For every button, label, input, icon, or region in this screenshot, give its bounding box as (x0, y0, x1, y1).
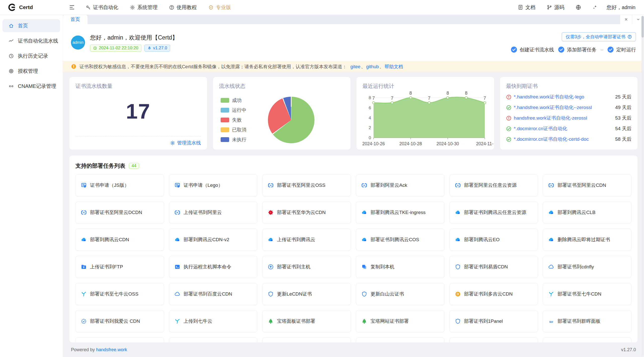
task-item[interactable]: 上传到七牛云 (169, 310, 258, 332)
quick-step-3[interactable]: 定时运行 (607, 46, 636, 53)
task-item[interactable]: 上传证书到腾讯云 (262, 229, 351, 251)
task-item[interactable]: 部署到腾讯云CLB (543, 201, 631, 224)
legend-item[interactable]: 未执行 (221, 136, 247, 143)
task-item[interactable]: 部署证书至七牛CDN (543, 283, 631, 305)
task-item[interactable]: 部署证书到主机 (262, 256, 351, 278)
task-item-label: 部署证书至阿里云OSS (277, 182, 325, 189)
nav-item-language[interactable] (576, 5, 581, 10)
task-item[interactable]: 上传证书到阿里云 (169, 201, 258, 224)
handsfree-link[interactable]: handsfree.work (96, 347, 127, 352)
notice-link-1[interactable]: gitee (350, 64, 360, 69)
dashboard-section: 证书流水线数量 17 管理流水线 流水线状态 成功运行中失败已取消未执行 最近运… (63, 72, 644, 342)
nav-item-theme[interactable] (592, 5, 598, 10)
task-item[interactable]: 部署证书到易盾CDN (450, 256, 538, 278)
expiring-cert-row: handsfree.work证书自动化-zerossl53 天后 (506, 115, 632, 121)
task-item[interactable]: 部署到腾讯云TKE-ingress (356, 201, 445, 224)
nav-item-pro-edition[interactable]: 专业版 (208, 4, 231, 11)
home-icon (9, 23, 14, 28)
task-item[interactable]: 部署证书至阿里云CDN (543, 174, 631, 196)
task-item[interactable]: 证书申请（JS版） (75, 174, 164, 196)
card-title: 证书流水线数量 (75, 83, 201, 90)
task-item[interactable]: 部署证书到腾讯云任意云资源 (450, 201, 538, 224)
task-item[interactable]: 执行远程主机脚本命令 (169, 256, 258, 278)
task-item[interactable]: 证书申请（Lego） (169, 174, 258, 196)
task-item[interactable]: 部署证书至七牛云OSS (75, 283, 164, 305)
nav-item-docs[interactable]: 文档 (518, 4, 536, 11)
sidebar-item-cname-records[interactable]: CNAME记录管理 (3, 80, 60, 93)
scrollbar[interactable] (641, 16, 644, 356)
nav-item-tutorial[interactable]: 使用教程 (169, 4, 197, 11)
task-item[interactable] (543, 337, 631, 342)
tab-home[interactable]: 首页 (63, 15, 88, 24)
task-item[interactable] (356, 337, 445, 342)
cert-name-link[interactable]: *.docmirror.cn证书自动化-certd-doc (514, 136, 610, 142)
task-item[interactable]: 上传证书到FTP (75, 256, 164, 278)
task-item[interactable]: 宝塔面板证书部署 (262, 310, 351, 332)
user-greeting[interactable]: 您好，admin (607, 4, 635, 11)
cert-name-link[interactable]: *.handsfree.work证书自动化--zerossl (514, 104, 610, 111)
nav-menu: 证书自动化系统管理使用教程专业版 (86, 4, 231, 11)
task-item[interactable]: 部署证书到1Panel (450, 310, 538, 332)
task-item[interactable]: 部署至阿里云任意云资源 (450, 174, 538, 196)
cert-name-link[interactable]: handsfree.work证书自动化-zerossl (514, 115, 610, 121)
legend-item[interactable]: 成功 (221, 97, 247, 104)
sidebar-item-cert-pipelines[interactable]: 证书自动化流水线 (3, 34, 60, 47)
legend-item[interactable]: 运行中 (221, 107, 247, 114)
brand: Certd (0, 3, 63, 12)
task-item[interactable]: 更新LeCDN证书 (262, 283, 351, 305)
close-tab-button[interactable] (620, 15, 632, 24)
scrollbar-thumb[interactable] (641, 16, 644, 38)
collapse-icon[interactable] (69, 4, 75, 10)
notice-link-3[interactable]: 帮助文档 (384, 64, 403, 69)
cert-name-link[interactable]: *.handsfree.work证书自动化-lego (514, 94, 610, 100)
task-item[interactable]: 部署证书到百度云CDN (169, 283, 258, 305)
task-item[interactable] (169, 337, 258, 342)
card-title: 最快到期证书 (506, 83, 632, 90)
task-item-label: 部署证书至阿里云DCDN (90, 209, 142, 216)
task-item-label: 部署到腾讯云CLB (557, 209, 595, 216)
nav-item-source-code[interactable]: 源码 (547, 4, 565, 11)
sidebar-item-home[interactable]: 首页 (3, 19, 60, 32)
expiring-cert-row: *.docmirror.cn证书自动化54 天后 (506, 125, 632, 132)
task-item[interactable]: 部署证书到cdnfly (543, 256, 631, 278)
legend-item[interactable]: 失败 (221, 117, 247, 123)
task-item[interactable]: Syno部署证书到群晖面板 (543, 310, 631, 332)
task-item[interactable]: 部署到腾讯云CDN (75, 229, 164, 251)
task-item[interactable]: 部署到腾讯云CDN-v2 (169, 229, 258, 251)
quick-step-label: 添加部署任务 (567, 46, 596, 53)
notice-link-2[interactable]: github (366, 64, 379, 69)
task-item[interactable]: 删除腾讯云即将过期证书 (543, 229, 631, 251)
quick-step-1[interactable]: 创建证书流水线 (511, 46, 554, 53)
task-item[interactable]: 部署证书到腾讯云COS (356, 229, 445, 251)
task-item[interactable]: 部署到阿里云Ack (356, 174, 445, 196)
task-item[interactable]: 部署到腾讯云EO (450, 229, 538, 251)
cert-name-link[interactable]: *.docmirror.cn证书自动化 (514, 125, 610, 132)
sidebar-item-auth-management[interactable]: 授权管理 (3, 64, 60, 78)
task-item[interactable]: 复制到本机 (356, 256, 445, 278)
legend-label: 未执行 (232, 136, 247, 143)
warn-status-icon (506, 94, 511, 100)
task-item[interactable]: D部署证书到多吉云CDN (450, 283, 538, 305)
quick-step-2[interactable]: 添加部署任务 (558, 46, 596, 53)
task-item[interactable]: 部署证书至华为云CDN (262, 201, 351, 224)
manage-pipelines-link[interactable]: 管理流水线 (170, 140, 201, 146)
task-item-label: 部署证书到我爱云 CDN (90, 318, 140, 325)
nav-item-system-management[interactable]: 系统管理 (130, 4, 157, 11)
git-branch-icon (547, 5, 552, 10)
task-item[interactable]: 宝塔网站证书部署 (356, 310, 445, 332)
task-item[interactable]: 部署证书至阿里云DCDN (75, 201, 164, 224)
task-item[interactable]: 更新白山云证书 (356, 283, 445, 305)
legend-label: 已取消 (232, 127, 247, 133)
task-item[interactable]: 部署证书到我爱云 CDN (75, 310, 164, 332)
quick-guide-button[interactable]: 仅需3步，全自动申请部署证书 (562, 32, 636, 41)
cert-icon (81, 182, 87, 188)
quick-steps: 创建证书流水线添加部署任务–定时运行 (511, 46, 636, 53)
sidebar-item-run-history[interactable]: 执行历史记录 (3, 49, 60, 62)
task-item[interactable] (450, 337, 538, 342)
task-item[interactable]: 部署证书至阿里云OSS (262, 174, 351, 196)
task-item[interactable] (262, 337, 351, 342)
task-item[interactable] (75, 337, 164, 342)
nav-item-cert-automation[interactable]: 证书自动化 (86, 4, 118, 11)
recent-runs-chart: 0246877878872024-10-262024-10-282024-10-… (363, 90, 488, 148)
legend-item[interactable]: 已取消 (221, 127, 247, 133)
